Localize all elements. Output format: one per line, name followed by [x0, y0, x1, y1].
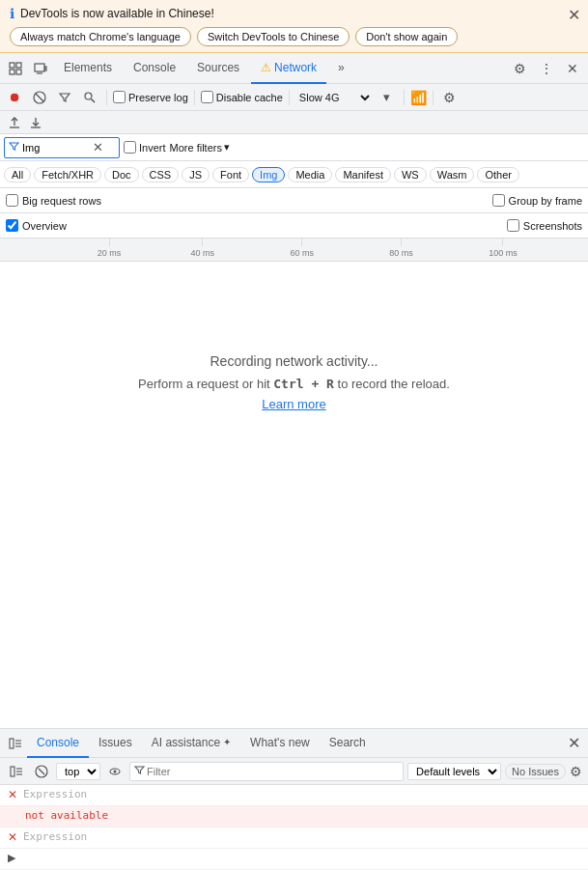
pill-wasm[interactable]: Wasm: [430, 167, 475, 182]
group-by-frame-checkbox[interactable]: [492, 194, 505, 207]
more-filters-dropdown-icon: ▾: [224, 141, 230, 154]
devtools-settings-button[interactable]: ⚙: [508, 61, 532, 76]
toolbar-separator-1: [106, 90, 107, 105]
tick-line: [401, 239, 402, 246]
pill-img[interactable]: Img: [252, 167, 285, 182]
console-not-available-text: not available: [8, 809, 108, 822]
big-request-rows-checkbox[interactable]: [6, 194, 18, 207]
overview-checkbox[interactable]: [6, 219, 18, 232]
throttle-dropdown-button[interactable]: ▾: [377, 87, 398, 108]
bottom-tabs: Console Issues AI assistance ✦ What's ne…: [0, 729, 588, 758]
console-error-icon-1: ✕: [8, 788, 17, 801]
preserve-log-label[interactable]: Preserve log: [113, 91, 188, 103]
throttle-select[interactable]: Slow 4G No throttling Fast 3G Slow 3G Of…: [295, 91, 373, 104]
console-clear-button[interactable]: [31, 761, 52, 782]
overview-options-left: Overview: [6, 219, 291, 232]
tick-line: [202, 239, 203, 246]
switch-devtools-button[interactable]: Switch DevTools to Chinese: [197, 27, 350, 46]
clear-button[interactable]: [29, 87, 50, 108]
upload-button[interactable]: [6, 114, 23, 131]
console-expand-arrow[interactable]: ▶: [8, 852, 15, 864]
svg-rect-0: [10, 63, 14, 68]
group-by-frame-label[interactable]: Group by frame: [492, 194, 582, 207]
inspector-icon-button[interactable]: [4, 57, 27, 80]
big-request-rows-label[interactable]: Big request rows: [6, 194, 101, 207]
options-right: Group by frame: [298, 194, 583, 207]
svg-rect-3: [16, 70, 21, 74]
toolbar-separator-2: [194, 90, 195, 105]
btab-whats-new[interactable]: What's new: [240, 729, 320, 758]
tab-sources[interactable]: Sources: [187, 53, 249, 84]
filter-clear-button[interactable]: ✕: [93, 141, 103, 154]
banner-message: DevTools is now available in Chinese!: [20, 7, 214, 20]
bottom-panel: Console Issues AI assistance ✦ What's ne…: [0, 728, 588, 870]
bottom-sidebar-toggle[interactable]: [4, 732, 27, 755]
devtools-more-button[interactable]: ⋮: [534, 61, 559, 76]
overview-options-right: Screenshots: [298, 219, 583, 232]
screenshots-label[interactable]: Screenshots: [507, 219, 582, 232]
banner-close-button[interactable]: ✕: [568, 8, 580, 23]
disable-cache-checkbox[interactable]: [201, 91, 213, 103]
network-settings-button[interactable]: ⚙: [439, 87, 461, 108]
tick-label-100ms: 100 ms: [489, 248, 518, 258]
toolbar-separator-5: [433, 90, 434, 105]
more-filters-text: More filters: [170, 142, 222, 154]
record-button[interactable]: ⏺: [4, 87, 25, 108]
console-settings-button[interactable]: ⚙: [570, 764, 582, 779]
tick-20ms: 20 ms: [98, 239, 122, 261]
pill-font[interactable]: Font: [212, 167, 249, 182]
bottom-panel-close-button[interactable]: ✕: [564, 734, 584, 752]
search-button[interactable]: [79, 87, 100, 108]
responsive-icon-button[interactable]: [29, 57, 52, 80]
invert-checkbox[interactable]: [124, 141, 136, 154]
context-select[interactable]: top: [56, 763, 100, 780]
learn-more-link[interactable]: Learn more: [262, 397, 325, 411]
filter-funnel-icon: [9, 141, 19, 154]
wifi-icon: 📶: [410, 90, 427, 105]
filter-toggle-button[interactable]: [54, 87, 75, 108]
preserve-log-checkbox[interactable]: [113, 91, 126, 103]
pill-manifest[interactable]: Manifest: [335, 167, 391, 182]
devtools-close-button[interactable]: ✕: [561, 61, 584, 76]
disable-cache-text: Disable cache: [216, 92, 283, 103]
btab-search[interactable]: Search: [320, 729, 376, 758]
console-row-expand: ▶: [0, 849, 588, 870]
console-sidebar-button[interactable]: [6, 761, 27, 782]
invert-label[interactable]: Invert: [124, 141, 166, 154]
tab-console[interactable]: Console: [124, 53, 185, 84]
pill-fetch-xhr[interactable]: Fetch/XHR: [34, 167, 101, 182]
pill-ws[interactable]: WS: [394, 167, 427, 182]
pill-media[interactable]: Media: [288, 167, 332, 182]
network-warning-icon: ⚠: [261, 61, 271, 74]
levels-select[interactable]: Default levels Verbose Info Warnings Err…: [407, 763, 501, 780]
dont-show-again-button[interactable]: Don't show again: [355, 27, 458, 46]
tick-100ms: 100 ms: [489, 239, 518, 261]
tick-40ms: 40 ms: [191, 239, 215, 261]
btab-console[interactable]: Console: [27, 729, 89, 758]
tab-elements[interactable]: Elements: [54, 53, 122, 84]
download-button[interactable]: [27, 114, 44, 131]
screenshots-checkbox[interactable]: [507, 219, 519, 232]
btab-ai-assistance[interactable]: AI assistance ✦: [142, 729, 240, 758]
filter-input[interactable]: [22, 142, 90, 154]
pill-css[interactable]: CSS: [142, 167, 180, 182]
pill-all[interactable]: All: [4, 167, 31, 182]
tick-60ms: 60 ms: [290, 239, 314, 261]
pill-doc[interactable]: Doc: [104, 167, 139, 182]
eye-button[interactable]: [104, 761, 126, 782]
disable-cache-label[interactable]: Disable cache: [201, 91, 283, 103]
overview-label[interactable]: Overview: [6, 219, 67, 232]
tab-more[interactable]: »: [328, 53, 354, 84]
tick-line: [301, 239, 302, 246]
match-language-button[interactable]: Always match Chrome's language: [10, 27, 191, 46]
console-expression-text-1: Expression: [23, 788, 87, 800]
more-filters-button[interactable]: More filters ▾: [170, 141, 230, 154]
console-filter-input[interactable]: [147, 766, 399, 777]
btab-issues[interactable]: Issues: [89, 729, 142, 758]
svg-rect-19: [11, 767, 14, 776]
pill-js[interactable]: JS: [182, 167, 210, 182]
group-by-frame-text: Group by frame: [509, 195, 582, 207]
tab-network[interactable]: ⚠ Network: [251, 53, 326, 84]
console-row-value-1: not available: [0, 806, 588, 828]
pill-other[interactable]: Other: [477, 167, 519, 182]
